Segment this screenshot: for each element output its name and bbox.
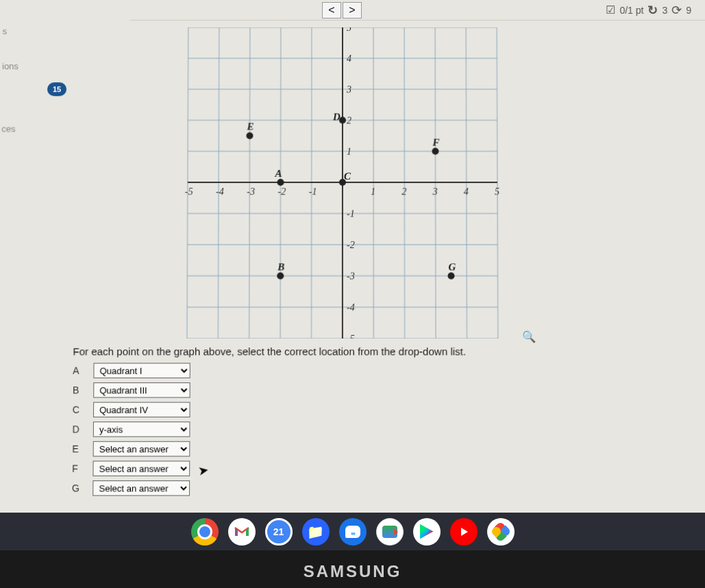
graph-point-E <box>246 132 253 139</box>
youtube-icon[interactable] <box>450 518 478 546</box>
x-tick-label: 1 <box>371 186 375 197</box>
answer-row: D y-axis <box>72 421 349 437</box>
answer-select-C[interactable]: Quadrant IV <box>93 402 190 417</box>
x-tick-label: 3 <box>432 186 438 197</box>
y-tick-label: -1 <box>347 208 355 219</box>
next-question-button[interactable]: > <box>343 1 362 18</box>
answer-row: C Quadrant IV <box>73 402 349 417</box>
x-tick-label: 5 <box>495 186 499 197</box>
graph-point-label-D: D <box>332 111 341 122</box>
answer-group: A Quadrant I B Quadrant III C Quadrant I… <box>72 363 349 500</box>
reload-icon <box>671 2 682 17</box>
graph-point-label-A: A <box>274 168 282 179</box>
y-tick-label: 2 <box>347 115 351 125</box>
y-tick-label: -5 <box>347 334 355 339</box>
y-tick-label: 4 <box>347 53 351 64</box>
answer-select-E[interactable]: Select an answer <box>93 441 190 456</box>
answer-row: F Select an answer <box>72 461 349 476</box>
answer-select-D[interactable]: y-axis <box>93 421 190 437</box>
duo-icon[interactable] <box>376 518 404 546</box>
chrome-icon[interactable] <box>191 518 219 546</box>
y-tick-label: 1 <box>347 147 351 157</box>
attempts-text: 3 <box>662 4 667 15</box>
sidebar-item[interactable]: ces <box>0 118 40 139</box>
answer-label-F: F <box>72 463 84 474</box>
graph-point-G <box>447 272 454 279</box>
graph-point-A <box>277 179 284 186</box>
top-nav: < > 0/1 pt 3 9 <box>130 0 705 21</box>
x-tick-label: -3 <box>247 186 255 197</box>
answer-select-A[interactable]: Quadrant I <box>93 363 190 378</box>
check-icon <box>606 3 615 16</box>
files-icon[interactable] <box>302 518 330 546</box>
x-tick-label: -1 <box>309 186 317 197</box>
graph-point-B <box>277 272 284 279</box>
y-tick-label: 3 <box>346 84 351 95</box>
calendar-icon[interactable]: 21 <box>265 518 293 546</box>
answer-row: A Quadrant I <box>73 363 349 378</box>
sidebar-item[interactable]: s <box>0 21 41 42</box>
answer-row: G Select an answer <box>72 480 349 496</box>
graph-point-label-C: C <box>344 171 351 182</box>
chat-icon[interactable] <box>339 518 367 546</box>
graph-point-label-B: B <box>277 261 284 272</box>
x-tick-label: -2 <box>277 186 286 197</box>
y-tick-label: -4 <box>347 302 355 313</box>
zoom-icon[interactable]: 🔍 <box>522 330 536 343</box>
answer-select-B[interactable]: Quadrant III <box>93 382 190 397</box>
prev-question-button[interactable]: < <box>322 1 341 18</box>
retries-text: 9 <box>686 4 691 15</box>
x-tick-label: -5 <box>185 186 193 197</box>
answer-label-G: G <box>72 482 84 493</box>
answer-label-B: B <box>73 384 85 395</box>
taskbar: 21 <box>0 513 705 550</box>
answer-label-D: D <box>73 424 85 434</box>
x-tick-label: 2 <box>401 186 406 197</box>
sidebar-item[interactable]: ions <box>0 56 40 77</box>
graph-point-label-F: F <box>432 137 439 148</box>
answer-label-A: A <box>73 365 85 376</box>
points-text: 0/1 pt <box>619 4 643 15</box>
retry-icon <box>647 2 658 17</box>
gmail-icon[interactable] <box>228 518 256 546</box>
coordinate-graph: -5-4-3-2-112345-5-4-3-2-112345ABCDEFG <box>149 27 536 339</box>
laptop-brand: SAMSUNG <box>0 562 705 581</box>
answer-select-G[interactable]: Select an answer <box>92 480 190 496</box>
answer-label-E: E <box>72 443 84 454</box>
x-tick-label: 4 <box>464 186 469 197</box>
answer-row: E Select an answer <box>72 441 349 456</box>
left-sidebar: s ions ces <box>0 21 41 228</box>
play-store-icon[interactable] <box>413 518 441 546</box>
y-tick-label: -3 <box>347 271 355 281</box>
graph-point-F <box>432 148 438 155</box>
x-tick-label: -4 <box>216 186 224 197</box>
answer-label-C: C <box>73 404 85 415</box>
answer-row: B Quadrant III <box>73 382 349 397</box>
photos-icon[interactable] <box>487 518 515 546</box>
question-number-badge[interactable]: 15 <box>47 82 66 96</box>
points-display: 0/1 pt 3 9 <box>606 2 691 17</box>
graph-point-label-E: E <box>246 121 253 132</box>
y-tick-label: -2 <box>347 240 355 250</box>
graph-point-label-G: G <box>448 261 456 272</box>
y-tick-label: 5 <box>347 27 351 33</box>
nav-arrows: < > <box>322 1 362 18</box>
question-prompt: For each point on the graph above, selec… <box>73 345 466 357</box>
answer-select-F[interactable]: Select an answer <box>92 461 190 476</box>
